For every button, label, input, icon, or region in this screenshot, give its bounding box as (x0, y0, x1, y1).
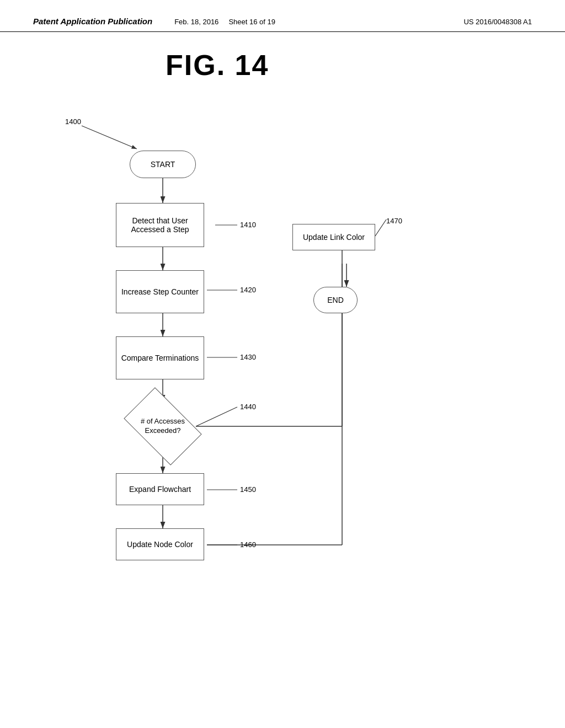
page: Patent Application Publication Feb. 18, … (0, 0, 565, 728)
ref-1470: 1470 (386, 217, 402, 225)
node-1450: Expand Flowchart (116, 473, 204, 505)
node-1420: Increase Step Counter (116, 270, 204, 313)
header-date: Feb. 18, 2016 Sheet 16 of 19 (174, 18, 275, 26)
ref-1410: 1410 (240, 221, 256, 229)
node-1430: Compare Terminations (116, 336, 204, 379)
diagram-area: FIG. 14 1400 (0, 32, 565, 666)
node-1410: Detect that User Accessed a Step (116, 203, 204, 247)
patent-number: US 2016/0048308 A1 (463, 18, 532, 26)
node-1440-wrapper: # of Accesses Exceeded? (130, 402, 196, 451)
header: Patent Application Publication Feb. 18, … (0, 0, 565, 32)
svg-line-17 (196, 407, 237, 426)
node-1460: Update Node Color (116, 528, 204, 560)
end-node: END (313, 287, 358, 313)
node-1470: Update Link Color (292, 224, 375, 250)
diagram-ref-label: 1400 (65, 117, 81, 126)
publication-label: Patent Application Publication (33, 17, 152, 26)
ref-1460: 1460 (240, 540, 256, 549)
svg-line-1 (82, 126, 137, 149)
ref-1420: 1420 (240, 286, 256, 294)
flowchart-arrows (0, 32, 565, 666)
node-1440-text: # of Accesses Exceeded? (141, 417, 185, 436)
figure-title: FIG. 14 (166, 49, 269, 82)
svg-line-20 (375, 220, 386, 236)
ref-1430: 1430 (240, 353, 256, 361)
start-node: START (130, 151, 196, 178)
ref-1440: 1440 (240, 403, 256, 411)
ref-1450: 1450 (240, 485, 256, 494)
